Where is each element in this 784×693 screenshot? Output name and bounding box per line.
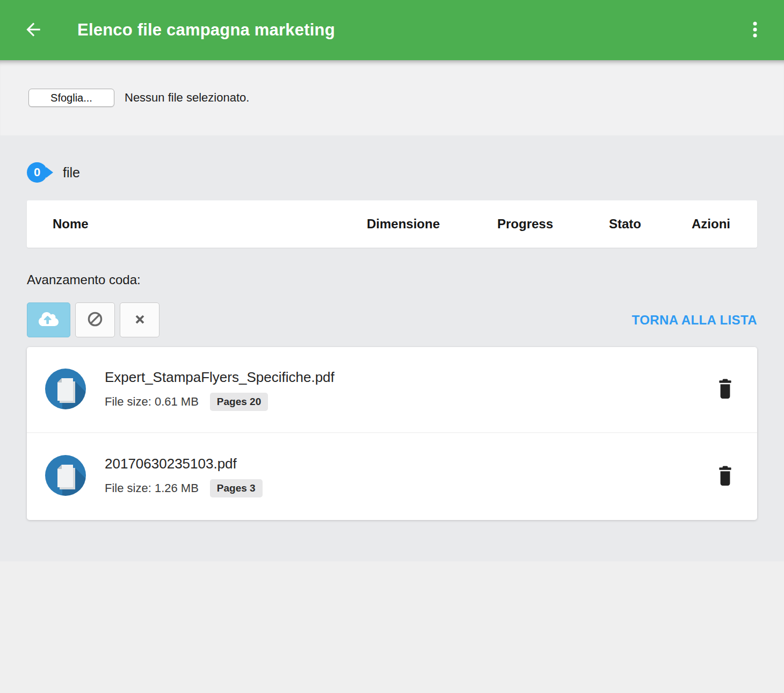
column-header-dimensione: Dimensione bbox=[342, 216, 465, 232]
trash-icon bbox=[717, 465, 734, 488]
browse-button[interactable]: Sfoglia... bbox=[28, 89, 114, 107]
back-arrow-icon bbox=[23, 19, 43, 41]
file-row: 20170630235103.pdf File size: 1.26 MB Pa… bbox=[27, 432, 757, 520]
kebab-menu-icon bbox=[744, 19, 766, 42]
file-count-badge: 0 bbox=[27, 162, 47, 183]
ban-icon bbox=[86, 311, 104, 329]
file-info: 20170630235103.pdf File size: 1.26 MB Pa… bbox=[105, 456, 263, 497]
file-size: File size: 1.26 MB bbox=[105, 481, 199, 495]
file-row: Expert_StampaFlyers_Specifiche.pdf File … bbox=[27, 347, 757, 432]
trash-icon bbox=[717, 378, 734, 401]
file-meta: File size: 0.61 MB Pages 20 bbox=[105, 393, 335, 411]
column-header-progress: Progress bbox=[465, 216, 585, 232]
file-size: File size: 0.61 MB bbox=[105, 395, 199, 409]
file-meta: File size: 1.26 MB Pages 3 bbox=[105, 479, 263, 497]
cancel-all-button[interactable] bbox=[75, 302, 115, 337]
column-header-stato: Stato bbox=[585, 216, 665, 232]
upload-all-button[interactable] bbox=[27, 302, 70, 337]
file-picker-section: Sfoglia... Nessun file selezionato. bbox=[0, 60, 784, 135]
file-count-row: 0 file bbox=[27, 135, 757, 183]
bottom-spacer bbox=[0, 561, 784, 693]
clear-queue-button[interactable] bbox=[120, 302, 159, 337]
pages-badge: Pages 3 bbox=[210, 479, 263, 497]
back-to-list-link[interactable]: TORNA ALLA LISTA bbox=[632, 313, 758, 328]
queue-progress-label: Avanzamento coda: bbox=[27, 272, 757, 287]
back-button[interactable] bbox=[20, 17, 46, 43]
upload-queue-card: Expert_StampaFlyers_Specifiche.pdf File … bbox=[27, 347, 757, 520]
queue-controls: TORNA ALLA LISTA bbox=[27, 302, 757, 337]
app-header: Elenco file campagna marketing bbox=[0, 0, 784, 60]
pdf-file-icon bbox=[45, 369, 86, 412]
pages-badge: Pages 20 bbox=[210, 393, 268, 411]
file-picker-status: Nessun file selezionato. bbox=[125, 91, 249, 105]
delete-file-button[interactable] bbox=[713, 464, 737, 489]
file-name: Expert_StampaFlyers_Specifiche.pdf bbox=[105, 369, 335, 386]
delete-file-button[interactable] bbox=[713, 377, 737, 403]
file-count-value: 0 bbox=[34, 165, 40, 179]
pdf-file-icon bbox=[45, 455, 86, 498]
file-name: 20170630235103.pdf bbox=[105, 456, 263, 472]
main-content: 0 file Nome Dimensione Progress Stato Az… bbox=[0, 135, 784, 561]
file-count-label: file bbox=[63, 165, 80, 181]
column-header-nome: Nome bbox=[27, 216, 342, 232]
page-title: Elenco file campagna marketing bbox=[77, 20, 335, 40]
column-header-azioni: Azioni bbox=[665, 216, 757, 232]
file-info: Expert_StampaFlyers_Specifiche.pdf File … bbox=[105, 369, 335, 411]
x-icon bbox=[133, 312, 147, 328]
overflow-menu-button[interactable] bbox=[742, 17, 768, 43]
files-table-header: Nome Dimensione Progress Stato Azioni bbox=[27, 200, 757, 248]
cloud-upload-icon bbox=[39, 311, 59, 329]
